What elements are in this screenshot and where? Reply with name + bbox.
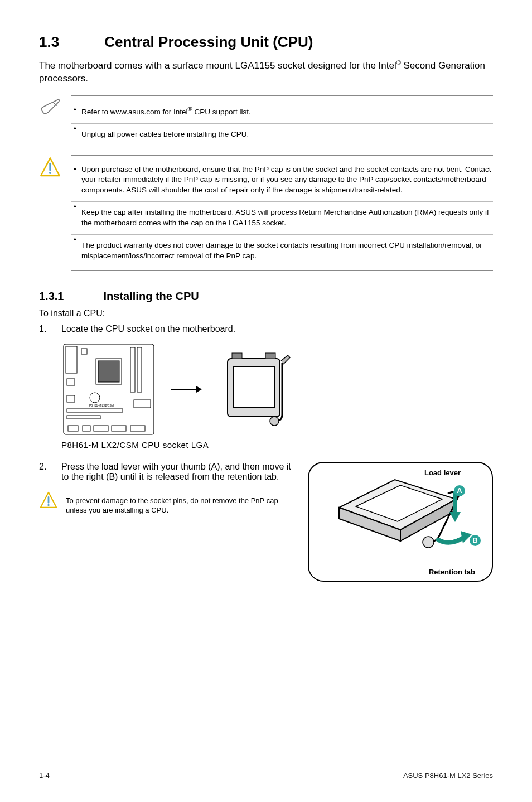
board-label-text: P8H61-M LX2/CSM: [89, 404, 114, 407]
section-heading: 1.3 Central Processing Unit (CPU): [39, 33, 493, 51]
warning-icon: [39, 155, 71, 271]
lever-release-illustration-icon: [317, 468, 484, 563]
diagram-caption: P8H61-M LX2/CSM CPU socket LGA: [61, 440, 493, 450]
svg-point-1: [49, 171, 51, 173]
note-callout: Refer to www.asus.com for Intel® CPU sup…: [39, 95, 493, 149]
svg-rect-18: [67, 395, 75, 402]
note-text: Unplug all power cables before installin…: [81, 130, 249, 138]
svg-rect-11: [68, 426, 78, 431]
step-item: 1. Locate the CPU socket on the motherbo…: [39, 324, 493, 334]
svg-point-8: [90, 393, 100, 403]
registered-mark: ®: [188, 105, 192, 112]
subsection-heading: 1.3.1 Installing the CPU: [39, 290, 493, 303]
svg-rect-3: [66, 346, 77, 373]
svg-rect-6: [130, 347, 135, 392]
note-item: Unplug all power cables before installin…: [71, 123, 493, 140]
step-number: 2.: [39, 462, 61, 482]
cpu-socket-diagram: P8H61-M LX2/CSM P8H61-M LX2/CSM CPU sock…: [61, 342, 493, 450]
note-text: Refer to: [81, 108, 110, 116]
warning-text: Upon purchase of the motherboard, ensure…: [81, 165, 491, 195]
note-text: CPU support list.: [192, 108, 251, 116]
step-text: Locate the CPU socket on the motherboard…: [61, 324, 493, 334]
svg-rect-14: [112, 426, 126, 431]
retention-tab-label: Retention tab: [429, 568, 475, 576]
warning-callout: To prevent damage to the socket pins, do…: [39, 491, 298, 520]
motherboard-outline-icon: P8H61-M LX2/CSM: [61, 342, 156, 437]
note-link[interactable]: www.asus.com: [110, 108, 161, 116]
step2-region: 2. Press the load lever with your thumb …: [39, 462, 493, 582]
svg-rect-7: [137, 347, 142, 392]
svg-rect-13: [94, 426, 108, 431]
subsection-number: 1.3.1: [39, 290, 100, 303]
lever-diagram: Load lever A B Retention tab: [308, 462, 493, 582]
badge-b: B: [470, 535, 481, 546]
step-text: Press the load lever with your thumb (A)…: [61, 462, 298, 482]
warning-item: Upon purchase of the motherboard, ensure…: [71, 165, 493, 196]
page-footer: 1-4 ASUS P8H61-M LX2 Series: [39, 771, 493, 780]
svg-rect-23: [233, 366, 274, 408]
svg-point-28: [47, 504, 50, 506]
svg-rect-15: [130, 426, 145, 431]
note-body: Refer to www.asus.com for Intel® CPU sup…: [71, 95, 493, 149]
svg-rect-19: [134, 400, 151, 408]
warning-item: The product warranty does not cover dama…: [71, 234, 493, 262]
note-text: for Intel: [161, 108, 188, 116]
page-number: 1-4: [39, 771, 50, 780]
svg-rect-17: [67, 379, 75, 385]
cpu-socket-detail-icon: [216, 347, 294, 431]
svg-rect-9: [67, 409, 123, 412]
warning-icon: [39, 491, 66, 520]
arrow-right-icon: [170, 384, 203, 395]
badge-a: A: [454, 485, 465, 496]
warning-text: To prevent damage to the socket pins, do…: [66, 496, 278, 515]
svg-rect-5: [98, 361, 119, 382]
step-item: 2. Press the load lever with your thumb …: [39, 462, 298, 482]
warning-body: To prevent damage to the socket pins, do…: [66, 491, 298, 520]
svg-rect-12: [83, 426, 90, 431]
warning-text: The product warranty does not cover dama…: [81, 241, 482, 260]
subsection-title: Installing the CPU: [104, 290, 199, 302]
intro-text-pre: The motherboard comes with a surface mou…: [39, 60, 396, 71]
svg-marker-30: [449, 512, 461, 522]
note-item: Refer to www.asus.com for Intel® CPU sup…: [71, 105, 493, 117]
svg-rect-10: [67, 416, 100, 419]
intro-paragraph: The motherboard comes with a surface mou…: [39, 59, 493, 85]
load-lever-label: Load lever: [424, 468, 461, 477]
step-number: 1.: [39, 324, 61, 334]
warning-item: Keep the cap after installing the mother…: [71, 201, 493, 229]
svg-marker-21: [196, 386, 202, 393]
manual-title: ASUS P8H61-M LX2 Series: [403, 771, 493, 780]
warning-callout: Upon purchase of the motherboard, ensure…: [39, 155, 493, 271]
svg-point-26: [270, 417, 279, 426]
warning-text: Keep the cap after installing the mother…: [81, 208, 489, 227]
registered-mark: ®: [396, 59, 401, 66]
svg-rect-25: [265, 353, 275, 359]
note-icon: [39, 95, 71, 149]
section-title: Central Processing Unit (CPU): [104, 33, 313, 50]
svg-rect-24: [232, 353, 242, 359]
body-text: To install a CPU:: [39, 308, 493, 318]
svg-rect-16: [81, 349, 87, 354]
section-number: 1.3: [39, 33, 100, 51]
svg-point-29: [423, 537, 434, 548]
warning-body: Upon purchase of the motherboard, ensure…: [71, 155, 493, 271]
